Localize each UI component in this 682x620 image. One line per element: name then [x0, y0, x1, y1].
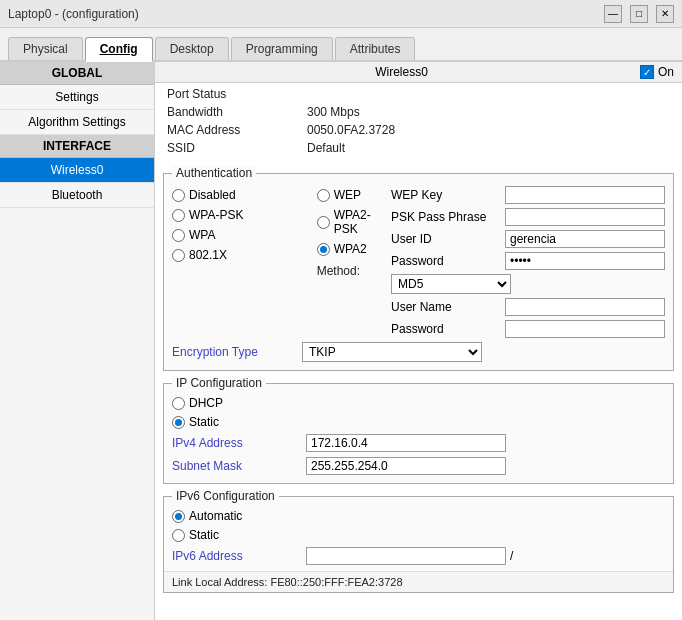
password-input[interactable]: [505, 252, 665, 270]
radio-wpa2[interactable]: WPA2: [317, 242, 387, 256]
bandwidth-value: 300 Mbps: [307, 105, 360, 119]
radio-static-circle: [172, 416, 185, 429]
radio-wpa-psk-label: WPA-PSK: [189, 208, 243, 222]
window-title: Laptop0 - (configuration): [8, 7, 139, 21]
sidebar: GLOBAL Settings Algorithm Settings INTER…: [0, 62, 155, 620]
tab-physical[interactable]: Physical: [8, 37, 83, 60]
radio-wep-label: WEP: [334, 188, 361, 202]
tab-programming[interactable]: Programming: [231, 37, 333, 60]
close-button[interactable]: ✕: [656, 5, 674, 23]
username-input[interactable]: [505, 298, 665, 316]
ipv6-address-label: IPv6 Address: [172, 549, 302, 563]
psk-passphrase-label: PSK Pass Phrase: [391, 210, 501, 224]
ipv6-config-section: IPv6 Configuration Automatic Static IPv6…: [163, 496, 674, 593]
right-panel: Wireless0 ✓ On Port Status Bandwidth 300…: [155, 62, 682, 620]
radio-automatic-label: Automatic: [189, 509, 242, 523]
radio-disabled-label: Disabled: [189, 188, 236, 202]
radio-disabled[interactable]: Disabled: [172, 188, 313, 202]
radio-wep-circle: [317, 189, 330, 202]
radio-static-ipv6-label: Static: [189, 528, 219, 542]
radio-wpa-psk-circle: [172, 209, 185, 222]
radio-wpa-psk[interactable]: WPA-PSK: [172, 208, 313, 222]
tab-attributes[interactable]: Attributes: [335, 37, 416, 60]
window-controls: — □ ✕: [604, 5, 674, 23]
subnet-mask-label: Subnet Mask: [172, 459, 302, 473]
wep-key-input[interactable]: [505, 186, 665, 204]
title-bar: Laptop0 - (configuration) — □ ✕: [0, 0, 682, 28]
wep-key-label: WEP Key: [391, 188, 501, 202]
ssid-value: Default: [307, 141, 345, 155]
authentication-section: Authentication Disabled WPA-PSK WPA: [163, 173, 674, 371]
subnet-mask-input[interactable]: [306, 457, 506, 475]
method-label: Method:: [317, 264, 360, 278]
radio-automatic[interactable]: Automatic: [172, 509, 665, 523]
ipv4-address-input[interactable]: [306, 434, 506, 452]
sidebar-item-wireless0[interactable]: Wireless0: [0, 158, 154, 183]
encryption-type-row: Encryption Type TKIP AES: [172, 342, 665, 362]
sidebar-item-algorithm-settings[interactable]: Algorithm Settings: [0, 110, 154, 135]
user-id-input[interactable]: [505, 230, 665, 248]
tab-config[interactable]: Config: [85, 37, 153, 62]
bandwidth-label: Bandwidth: [167, 105, 307, 119]
ip-config-title: IP Configuration: [172, 376, 266, 390]
tab-desktop[interactable]: Desktop: [155, 37, 229, 60]
encryption-type-label: Encryption Type: [172, 345, 302, 359]
password-label: Password: [391, 254, 501, 268]
port-status-label: Port Status: [167, 87, 307, 101]
radio-wpa[interactable]: WPA: [172, 228, 313, 242]
encryption-type-select[interactable]: TKIP AES: [302, 342, 482, 362]
panel-title: Wireless0: [375, 65, 428, 79]
radio-dhcp-circle: [172, 397, 185, 410]
radio-static[interactable]: Static: [172, 415, 665, 429]
ip-config-section: IP Configuration DHCP Static IPv4 Addres…: [163, 383, 674, 484]
radio-802.1x[interactable]: 802.1X: [172, 248, 313, 262]
radio-static-ipv6-circle: [172, 529, 185, 542]
radio-static-label: Static: [189, 415, 219, 429]
ipv6-address-input[interactable]: [306, 547, 506, 565]
sidebar-item-bluetooth[interactable]: Bluetooth: [0, 183, 154, 208]
minimize-button[interactable]: —: [604, 5, 622, 23]
radio-wpa2-psk[interactable]: WPA2-PSK: [317, 208, 387, 236]
ipv6-slash: /: [510, 549, 513, 563]
global-header: GLOBAL: [0, 62, 154, 85]
radio-8021x-circle: [172, 249, 185, 262]
radio-8021x-label: 802.1X: [189, 248, 227, 262]
interface-header: INTERFACE: [0, 135, 154, 158]
radio-wpa2-circle: [317, 243, 330, 256]
user-id-label: User ID: [391, 232, 501, 246]
sidebar-item-settings[interactable]: Settings: [0, 85, 154, 110]
maximize-button[interactable]: □: [630, 5, 648, 23]
mac-address-label: MAC Address: [167, 123, 307, 137]
radio-automatic-circle: [172, 510, 185, 523]
on-label: On: [658, 65, 674, 79]
radio-wpa2-psk-circle: [317, 216, 330, 229]
password2-label: Password: [391, 322, 501, 336]
mac-address-value: 0050.0FA2.3728: [307, 123, 395, 137]
ipv6-config-title: IPv6 Configuration: [172, 489, 279, 503]
radio-dhcp[interactable]: DHCP: [172, 396, 665, 410]
on-checkbox[interactable]: ✓: [640, 65, 654, 79]
radio-disabled-circle: [172, 189, 185, 202]
radio-wpa-circle: [172, 229, 185, 242]
psk-passphrase-input[interactable]: [505, 208, 665, 226]
top-fields: Port Status Bandwidth 300 Mbps MAC Addre…: [155, 83, 682, 167]
radio-wpa2-psk-label: WPA2-PSK: [334, 208, 387, 236]
password2-input[interactable]: [505, 320, 665, 338]
radio-wpa-label: WPA: [189, 228, 215, 242]
radio-wep[interactable]: WEP: [317, 188, 387, 202]
radio-static-ipv6[interactable]: Static: [172, 528, 665, 542]
method-select[interactable]: MD5: [391, 274, 511, 294]
link-local-address: Link Local Address: FE80::250:FFF:FEA2:3…: [164, 571, 673, 592]
ipv4-address-label: IPv4 Address: [172, 436, 302, 450]
main-content: GLOBAL Settings Algorithm Settings INTER…: [0, 62, 682, 620]
ssid-label: SSID: [167, 141, 307, 155]
tabs-bar: Physical Config Desktop Programming Attr…: [0, 28, 682, 62]
radio-dhcp-label: DHCP: [189, 396, 223, 410]
auth-section-title: Authentication: [172, 166, 256, 180]
radio-wpa2-label: WPA2: [334, 242, 367, 256]
username-label: User Name: [391, 300, 501, 314]
